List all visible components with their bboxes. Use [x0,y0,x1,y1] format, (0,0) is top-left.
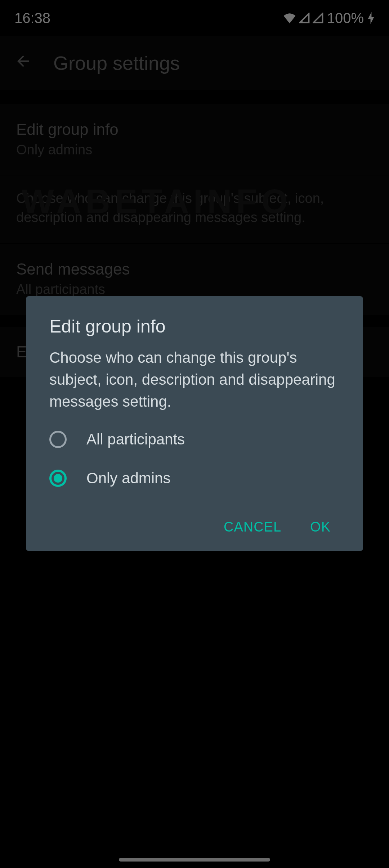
dialog-actions: CANCEL OK [49,519,340,535]
radio-label: All participants [86,431,185,448]
radio-group: All participants Only admins [49,431,340,487]
radio-icon-selected [49,470,67,487]
cancel-button[interactable]: CANCEL [224,519,281,535]
radio-option-all-participants[interactable]: All participants [49,431,340,448]
dialog-edit-group-info: Edit group info Choose who can change th… [26,296,363,551]
dialog-title: Edit group info [49,316,340,337]
ok-button[interactable]: OK [310,519,331,535]
radio-icon [49,431,67,448]
radio-option-only-admins[interactable]: Only admins [49,470,340,487]
nav-handle[interactable] [119,858,270,862]
dialog-description: Choose who can change this group's subje… [49,347,340,413]
radio-label: Only admins [86,470,170,487]
